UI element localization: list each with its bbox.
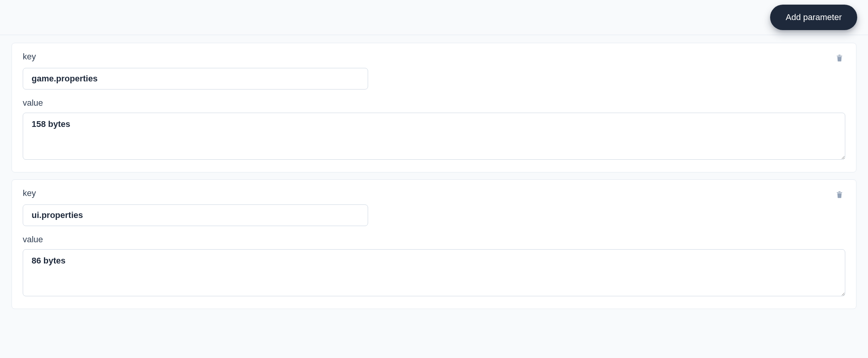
value-label: value — [23, 235, 845, 245]
key-label: key — [23, 52, 36, 62]
parameters-list: key value key val — [0, 35, 868, 317]
key-input[interactable] — [23, 204, 368, 226]
card-header: key — [23, 52, 845, 64]
card-header: key — [23, 188, 845, 201]
key-input[interactable] — [23, 68, 368, 90]
trash-icon — [835, 53, 844, 62]
delete-parameter-button[interactable] — [834, 188, 845, 201]
value-section: value — [23, 235, 845, 298]
value-section: value — [23, 98, 845, 161]
key-label: key — [23, 188, 36, 198]
value-textarea[interactable] — [23, 113, 845, 160]
trash-icon — [835, 190, 844, 199]
value-textarea[interactable] — [23, 249, 845, 296]
svg-rect-0 — [838, 55, 841, 56]
svg-rect-1 — [838, 191, 841, 192]
header-toolbar: Add parameter — [0, 0, 868, 35]
delete-parameter-button[interactable] — [834, 52, 845, 64]
value-label: value — [23, 98, 845, 108]
parameter-card: key value — [12, 179, 856, 309]
add-parameter-button[interactable]: Add parameter — [770, 5, 857, 30]
parameter-card: key value — [12, 43, 856, 172]
